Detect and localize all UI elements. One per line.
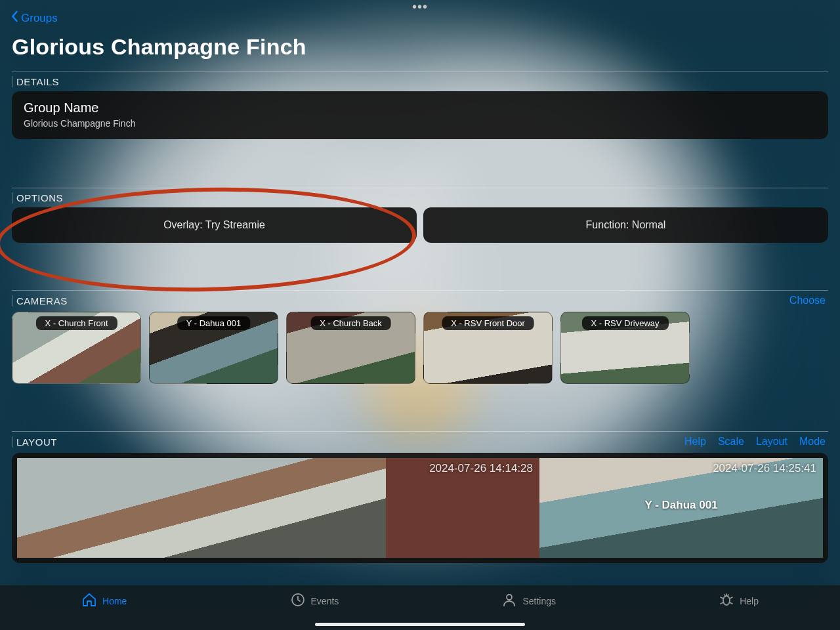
bug-icon [719,592,734,610]
layout-help-link[interactable]: Help [684,436,706,448]
tab-label: Events [311,596,339,606]
group-name-label: Group Name [24,100,816,116]
function-button-label: Function: Normal [586,219,666,231]
status-bar: ••• [0,0,840,13]
back-nav[interactable]: Groups [10,10,58,26]
back-label: Groups [21,12,58,25]
group-name-value: Glorious Champagne Finch [24,118,816,129]
overlay-button[interactable]: Overlay: Try Streamie [12,207,417,243]
camera-label: X - Church Back [310,316,391,330]
section-title-options: OPTIONS [12,192,63,203]
page-title: Glorious Champagne Finch [12,34,828,60]
clock-icon [290,592,306,610]
camera-thumb[interactable]: X - RSV Driveway [560,312,690,384]
layout-tile[interactable]: 2024-07-26 14:25:41 Y - Dahua 001 [539,458,823,558]
camera-thumb[interactable]: X - RSV Front Door [423,312,553,384]
tab-home[interactable]: Home [81,592,127,610]
tab-label: Home [102,596,127,606]
tab-help[interactable]: Help [719,592,759,610]
layout-layout-link[interactable]: Layout [756,436,788,448]
section-title-layout: LAYOUT [12,436,57,448]
section-options: OPTIONS Overlay: Try Streamie Function: … [12,188,828,243]
svg-point-1 [507,595,512,600]
chevron-left-icon [10,10,18,26]
home-indicator[interactable] [315,623,525,626]
tile-camera-name: Y - Dahua 001 [644,499,717,512]
choose-cameras-link[interactable]: Choose [789,295,826,306]
tab-label: Help [740,596,759,606]
camera-label: X - Church Front [35,316,117,330]
tab-settings[interactable]: Settings [501,592,556,610]
section-cameras: CAMERAS Choose X - Church Front Y - Dahu… [12,290,828,384]
camera-row: X - Church Front Y - Dahua 001 X - Churc… [12,312,828,384]
camera-label: X - RSV Front Door [442,316,534,330]
section-title-details: DETAILS [12,76,59,87]
person-icon [501,592,517,610]
layout-tile[interactable] [17,458,386,558]
camera-thumb[interactable]: Y - Dahua 001 [149,312,278,384]
layout-tile[interactable]: 2024-07-26 14:14:28 [386,458,539,558]
ellipsis-icon[interactable]: ••• [412,3,428,10]
svg-point-2 [723,596,730,605]
camera-thumb[interactable]: X - Church Back [286,312,415,384]
layout-preview[interactable]: 2024-07-26 14:14:28 2024-07-26 14:25:41 … [12,453,828,563]
group-name-card[interactable]: Group Name Glorious Champagne Finch [12,91,828,139]
section-details: DETAILS Group Name Glorious Champagne Fi… [12,72,828,139]
tab-bar: Home Events Settings Help [0,585,840,630]
tile-timestamp: 2024-07-26 14:25:41 [713,462,816,475]
camera-thumb[interactable]: X - Church Front [12,312,141,384]
camera-label: X - RSV Driveway [581,316,668,330]
tab-events[interactable]: Events [290,592,339,610]
tab-label: Settings [522,596,556,606]
layout-mode-link[interactable]: Mode [799,436,826,448]
overlay-button-label: Overlay: Try Streamie [163,219,265,231]
layout-scale-link[interactable]: Scale [718,436,744,448]
tile-timestamp: 2024-07-26 14:14:28 [429,462,533,475]
home-icon [81,592,97,610]
camera-label: Y - Dahua 001 [177,316,251,330]
function-button[interactable]: Function: Normal [423,207,828,243]
section-title-cameras: CAMERAS [12,295,68,306]
section-layout: LAYOUT Help Scale Layout Mode 2024-07-26… [12,431,828,563]
